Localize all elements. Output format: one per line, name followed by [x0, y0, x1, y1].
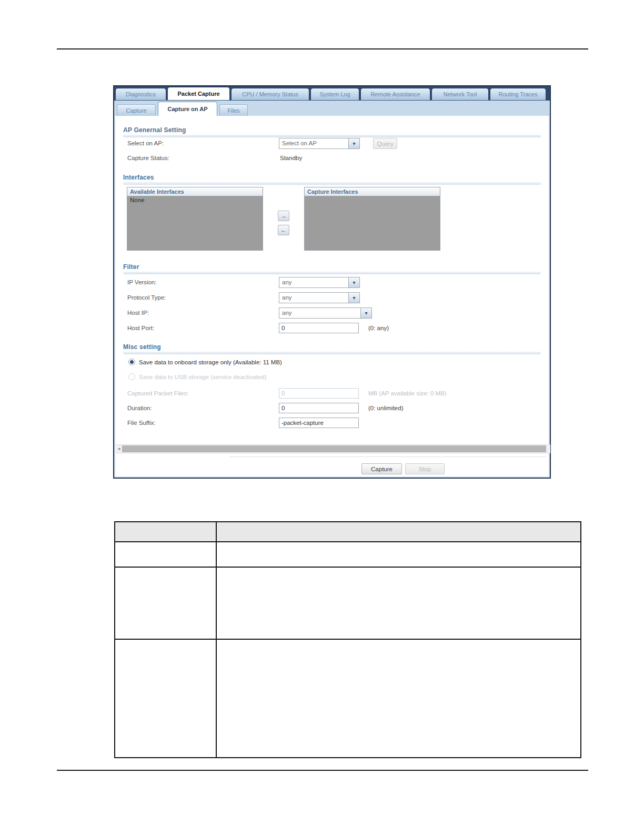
duration-hint: (0: unlimited): [368, 403, 403, 413]
footer-divider: [230, 456, 546, 457]
tab-label: Routing Traces: [499, 91, 538, 97]
section-misc-setting: Misc setting: [123, 343, 541, 354]
protocol-type-label: Protocol Type:: [127, 292, 166, 303]
ip-version-dropdown[interactable]: any ▾: [279, 277, 360, 288]
section-title: Filter: [123, 263, 541, 271]
ip-version-label: IP Version:: [127, 277, 156, 287]
section-title: AP Genernal Setting: [123, 126, 541, 134]
tab-label: Network Tool: [444, 91, 477, 97]
chevron-down-icon[interactable]: ▾: [348, 293, 359, 303]
section-filter: Filter: [123, 263, 541, 274]
sub-tab-bar: Capture Capture on AP Files: [114, 100, 550, 116]
subtab-label: Files: [227, 107, 239, 114]
tab-label: System Log: [319, 91, 350, 97]
app-screenshot: Diagnostics Packet Capture CPU / Memory …: [113, 85, 551, 479]
move-left-button[interactable]: ←: [278, 225, 289, 235]
host-ip-label: Host IP:: [127, 307, 149, 318]
tab-packet-capture[interactable]: Packet Capture: [167, 87, 230, 100]
page-footer-rule: [57, 770, 588, 771]
captured-packet-files-hint: MB (AP available size: 0 MB): [368, 388, 447, 399]
tab-cpu-memory-status[interactable]: CPU / Memory Status: [231, 88, 309, 100]
tab-label: Remote Assistance: [370, 91, 420, 97]
onboard-storage-radio-label: Save data to onboard storage only (Avail…: [139, 359, 282, 365]
table-cell: [217, 542, 580, 568]
usb-storage-radio[interactable]: [128, 373, 135, 380]
captured-packet-files-input[interactable]: [279, 388, 359, 399]
main-tab-bar: Diagnostics Packet Capture CPU / Memory …: [114, 86, 550, 100]
arrow-right-icon: →: [280, 212, 287, 220]
usb-storage-radio-label: Save data to USB storage (service deacti…: [139, 374, 266, 380]
tab-content: AP Genernal Setting Select on AP: Select…: [114, 116, 550, 478]
duration-input[interactable]: [279, 403, 359, 413]
tab-diagnostics[interactable]: Diagnostics: [115, 88, 166, 100]
available-interfaces-list[interactable]: None: [127, 196, 263, 251]
section-title: Misc setting: [123, 343, 541, 351]
subtab-label: Capture on AP: [168, 106, 208, 112]
description-table: [114, 521, 581, 758]
scrollbar-thumb[interactable]: [122, 445, 546, 452]
capture-button-label: Capture: [371, 466, 393, 472]
query-button[interactable]: Query: [373, 138, 397, 149]
table-cell: [115, 640, 217, 757]
subtab-files[interactable]: Files: [219, 104, 248, 116]
host-port-hint: (0: any): [368, 323, 389, 333]
capture-status-label: Capture Status:: [127, 153, 169, 163]
tab-network-tool[interactable]: Network Tool: [431, 88, 489, 100]
select-ap-label: Select on AP:: [127, 138, 164, 148]
host-port-input[interactable]: [279, 323, 359, 333]
select-ap-dropdown[interactable]: Select on AP ▾: [279, 138, 360, 149]
available-interfaces-listbox: Available Interfaces None: [127, 187, 263, 251]
available-interfaces-header: Available Interfaces: [127, 187, 263, 196]
table-cell: [217, 568, 580, 640]
file-suffix-input[interactable]: [279, 418, 359, 428]
arrow-left-icon: ←: [280, 226, 287, 234]
stop-button-label: Stop: [419, 466, 431, 472]
page-header-rule: [57, 48, 588, 49]
move-right-button[interactable]: →: [278, 211, 289, 221]
protocol-type-value: any: [279, 293, 348, 303]
file-suffix-label: File Suffix:: [127, 418, 155, 428]
chevron-down-icon[interactable]: ▾: [348, 138, 359, 148]
capture-interfaces-header: Capture Interfaces: [304, 187, 440, 196]
query-button-label: Query: [377, 141, 393, 147]
tab-routing-traces[interactable]: Routing Traces: [490, 88, 546, 100]
select-ap-value: Select on AP: [279, 138, 348, 148]
tab-label: Diagnostics: [126, 91, 156, 97]
tab-system-log[interactable]: System Log: [310, 88, 359, 100]
section-divider: [123, 182, 541, 185]
section-divider: [123, 272, 541, 274]
subtab-capture-on-ap[interactable]: Capture on AP: [158, 102, 217, 116]
captured-packet-files-label: Captured Packet Files:: [127, 388, 188, 399]
table-cell: [115, 568, 217, 640]
protocol-type-dropdown[interactable]: any ▾: [279, 292, 360, 303]
tab-label: CPU / Memory Status: [242, 91, 298, 97]
onboard-storage-radio[interactable]: [128, 359, 135, 365]
table-header-cell: [115, 522, 217, 542]
usb-storage-radio-row: Save data to USB storage (service deacti…: [128, 373, 266, 380]
table-cell: [217, 640, 580, 757]
tab-remote-assistance[interactable]: Remote Assistance: [360, 88, 430, 100]
chevron-down-icon[interactable]: ▾: [360, 308, 371, 318]
section-title: Interfaces: [123, 174, 541, 181]
scroll-left-icon[interactable]: ◄: [116, 446, 122, 451]
capture-status-value: Standby: [280, 153, 302, 163]
duration-label: Duration:: [127, 403, 152, 413]
capture-interfaces-list[interactable]: [304, 196, 440, 251]
section-interfaces: Interfaces: [123, 174, 541, 185]
list-item[interactable]: None: [127, 196, 263, 204]
table-header-cell: [217, 522, 580, 542]
horizontal-scrollbar[interactable]: ◄: [116, 444, 550, 453]
chevron-down-icon[interactable]: ▾: [348, 277, 359, 287]
subtab-label: Capture: [126, 107, 146, 114]
section-divider: [123, 135, 541, 137]
section-divider: [123, 352, 541, 354]
capture-button[interactable]: Capture: [361, 463, 402, 474]
host-port-label: Host Port:: [127, 323, 154, 333]
capture-interfaces-listbox: Capture Interfaces: [304, 187, 440, 251]
stop-button[interactable]: Stop: [405, 463, 445, 474]
host-ip-dropdown[interactable]: any ▾: [279, 307, 372, 319]
ip-version-value: any: [279, 277, 348, 287]
table-cell: [115, 542, 217, 568]
section-ap-general: AP Genernal Setting: [123, 126, 541, 137]
subtab-capture[interactable]: Capture: [117, 104, 156, 116]
